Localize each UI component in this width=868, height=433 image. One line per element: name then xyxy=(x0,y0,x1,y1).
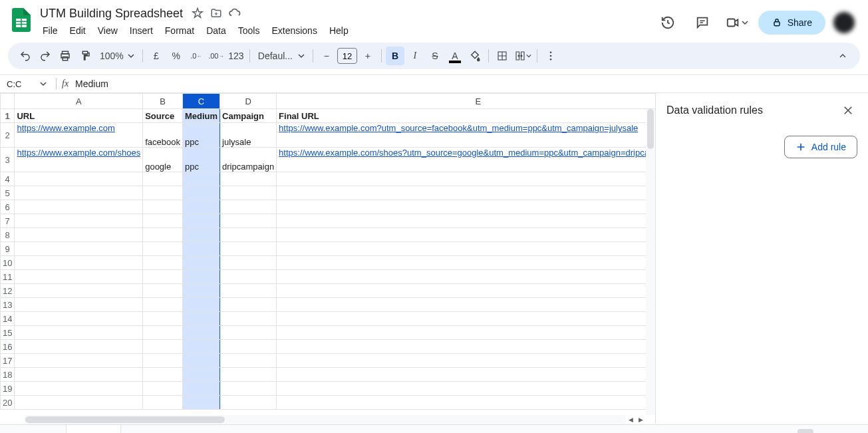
comments-icon[interactable] xyxy=(689,9,716,36)
cell[interactable] xyxy=(143,256,183,270)
menu-file[interactable]: File xyxy=(37,23,63,39)
row-header[interactable]: 9 xyxy=(1,242,15,256)
cell[interactable] xyxy=(15,340,143,354)
row-header[interactable]: 13 xyxy=(1,298,15,312)
row-header[interactable]: 17 xyxy=(1,354,15,368)
menu-help[interactable]: Help xyxy=(324,23,354,39)
cell[interactable] xyxy=(182,368,219,382)
cell[interactable] xyxy=(15,298,143,312)
cell[interactable] xyxy=(15,312,143,326)
row-header[interactable]: 16 xyxy=(1,340,15,354)
explore-button[interactable] xyxy=(797,429,813,434)
cell[interactable] xyxy=(143,186,183,200)
cell[interactable] xyxy=(182,256,219,270)
print-button[interactable] xyxy=(56,47,74,65)
account-avatar[interactable] xyxy=(833,12,855,33)
column-header-C[interactable]: C xyxy=(182,94,219,109)
strikethrough-button[interactable]: S xyxy=(426,47,444,65)
name-box[interactable]: C:C xyxy=(0,79,51,89)
horizontal-scrollbar[interactable] xyxy=(24,415,626,424)
cell[interactable]: Source xyxy=(143,109,183,123)
cell[interactable] xyxy=(182,284,219,298)
cell[interactable] xyxy=(277,214,655,228)
cell[interactable] xyxy=(15,284,143,298)
spreadsheet-grid[interactable]: ABCDEFGH1URLSourceMediumCampaignFinal UR… xyxy=(0,93,655,424)
decrease-font-button[interactable]: − xyxy=(317,47,336,65)
all-sheets-button[interactable] xyxy=(47,427,67,434)
cell[interactable] xyxy=(277,312,655,326)
cell[interactable] xyxy=(277,284,655,298)
sheets-logo[interactable] xyxy=(8,7,35,33)
side-panel-toggle[interactable] xyxy=(821,427,841,434)
cell[interactable] xyxy=(220,354,277,368)
menu-tools[interactable]: Tools xyxy=(233,23,265,39)
cell[interactable] xyxy=(182,354,219,368)
sheet-tab-sheet2[interactable]: Sheet2 xyxy=(120,425,174,434)
cell[interactable]: ppc xyxy=(182,148,219,172)
cell[interactable] xyxy=(220,172,277,186)
font-dropdown[interactable]: Defaul... xyxy=(254,47,309,65)
cell[interactable] xyxy=(182,396,219,410)
cell[interactable] xyxy=(143,382,183,396)
cell[interactable] xyxy=(15,396,143,410)
cell[interactable] xyxy=(143,228,183,242)
cell[interactable] xyxy=(143,340,183,354)
row-header[interactable]: 12 xyxy=(1,284,15,298)
row-header[interactable]: 14 xyxy=(1,312,15,326)
cell[interactable]: https://www.example.com xyxy=(15,123,143,148)
cell[interactable]: google xyxy=(143,148,183,172)
cell[interactable] xyxy=(277,340,655,354)
cell[interactable] xyxy=(220,200,277,214)
cell[interactable] xyxy=(15,228,143,242)
column-header-B[interactable]: B xyxy=(143,94,183,109)
more-button[interactable] xyxy=(541,47,560,65)
column-header-D[interactable]: D xyxy=(220,94,277,109)
cell[interactable]: facebook xyxy=(143,123,183,148)
cell[interactable] xyxy=(15,172,143,186)
cloud-icon[interactable] xyxy=(228,7,241,20)
cell[interactable] xyxy=(277,326,655,340)
cell[interactable] xyxy=(220,228,277,242)
font-size-input[interactable] xyxy=(337,48,357,64)
select-all-corner[interactable] xyxy=(1,94,15,109)
row-header[interactable]: 11 xyxy=(1,270,15,284)
cell[interactable]: dripcampaign xyxy=(220,148,277,172)
borders-button[interactable] xyxy=(493,47,511,65)
row-header[interactable]: 1 xyxy=(1,109,15,123)
row-header[interactable]: 3 xyxy=(1,148,15,172)
cell[interactable] xyxy=(220,242,277,256)
cell[interactable] xyxy=(220,270,277,284)
cell[interactable]: ppc xyxy=(182,123,219,148)
cell[interactable] xyxy=(182,298,219,312)
merge-button[interactable] xyxy=(513,47,533,65)
cell[interactable] xyxy=(182,270,219,284)
row-header[interactable]: 5 xyxy=(1,186,15,200)
cell[interactable] xyxy=(220,312,277,326)
column-header-E[interactable]: E xyxy=(277,94,655,109)
row-header[interactable]: 4 xyxy=(1,172,15,186)
menu-format[interactable]: Format xyxy=(160,23,200,39)
cell[interactable] xyxy=(15,368,143,382)
cell[interactable]: https://www.example.com/shoes xyxy=(15,148,143,172)
italic-button[interactable]: I xyxy=(406,47,424,65)
cell[interactable] xyxy=(220,396,277,410)
increase-font-button[interactable]: + xyxy=(359,47,377,65)
cell[interactable] xyxy=(15,186,143,200)
add-rule-button[interactable]: Add rule xyxy=(784,136,857,158)
cell[interactable] xyxy=(182,340,219,354)
redo-button[interactable] xyxy=(36,47,55,65)
cell[interactable] xyxy=(182,214,219,228)
cell[interactable] xyxy=(143,284,183,298)
percent-button[interactable]: % xyxy=(167,47,186,65)
cell[interactable] xyxy=(182,382,219,396)
decrease-decimal-button[interactable]: .0← xyxy=(187,47,206,65)
cell[interactable] xyxy=(277,396,655,410)
zoom-dropdown[interactable]: 100% xyxy=(96,47,138,65)
row-header[interactable]: 8 xyxy=(1,228,15,242)
cell[interactable] xyxy=(220,368,277,382)
cell[interactable] xyxy=(143,368,183,382)
fill-color-button[interactable] xyxy=(466,47,484,65)
cell[interactable]: julysale xyxy=(220,123,277,148)
star-icon[interactable] xyxy=(191,7,204,20)
cell[interactable] xyxy=(277,270,655,284)
